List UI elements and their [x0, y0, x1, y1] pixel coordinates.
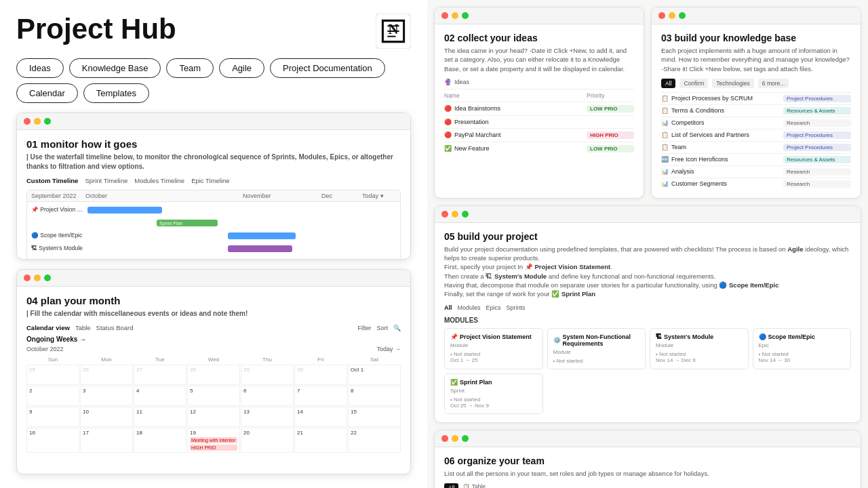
- tab-epics-05[interactable]: Epics: [486, 304, 501, 311]
- card-01-content: 01 monitor how it goes | Use the waterfa…: [17, 130, 410, 260]
- search-icon[interactable]: 🔍: [393, 325, 401, 331]
- ideas-item-2[interactable]: 🔴 PayPal Marchant HIGH PRIO: [444, 128, 634, 142]
- nav-btn-ideas[interactable]: Ideas: [16, 58, 64, 78]
- ideas-icon-2: 🔴: [444, 131, 452, 138]
- card-06-content: 06 organize your team List out all the p…: [435, 447, 861, 488]
- nav-btn-knowledge[interactable]: Knowledge Base: [69, 58, 161, 78]
- ideas-item-2-name: 🔴 PayPal Marchant: [444, 131, 587, 138]
- cal-day-26[interactable]: 26: [80, 365, 133, 385]
- cal-day-7[interactable]: 7: [294, 386, 347, 406]
- kb-badge-4: Project Procedures: [783, 144, 851, 151]
- card-06-team: 06 organize your team List out all the p…: [434, 430, 861, 488]
- card-01-title: 01 monitor how it goes: [26, 138, 401, 150]
- nav-btn-agile[interactable]: Agile: [219, 58, 264, 78]
- tab-table[interactable]: Table: [75, 324, 91, 331]
- team-filter-all[interactable]: All: [444, 483, 458, 488]
- cal-day-21[interactable]: 21: [294, 428, 347, 453]
- kb-item-4[interactable]: 📋 Team Project Procedures: [661, 141, 851, 153]
- filter-label: Filter: [357, 325, 371, 331]
- module-card-1[interactable]: ⚙️ System Non-Functional Requirements Mo…: [547, 328, 646, 369]
- kb-icon-3: 📋: [661, 131, 669, 138]
- cal-day-12[interactable]: 12: [187, 407, 240, 427]
- ideas-item-3[interactable]: ✅ New Feature LOW PRIO: [444, 142, 634, 155]
- cal-day-19[interactable]: 19 Meeting with Intentor HIGH PRIO: [187, 428, 240, 453]
- kb-filter-more[interactable]: 6 more...: [758, 79, 789, 88]
- kb-item-1[interactable]: 📋 Terms & Conditions Resources & Assets: [661, 104, 851, 117]
- module-card-0[interactable]: 📌 Project Vision Statement Module • Not …: [444, 328, 543, 369]
- tab-calendar-view[interactable]: Calendar view: [26, 324, 70, 331]
- cal-day-30[interactable]: 30: [294, 365, 347, 385]
- kb-item-5[interactable]: 🆓 Free Icon Heroficons Resources & Asset…: [661, 153, 851, 165]
- tab-sprint-timeline[interactable]: Sprint Timeline: [85, 177, 127, 184]
- table-view-label: 📋 Table: [462, 483, 486, 488]
- tab-sprints-05[interactable]: Sprints: [507, 304, 526, 311]
- cal-day-28[interactable]: 28: [187, 365, 240, 385]
- kb-item-3[interactable]: 📋 List of Services and Partners Project …: [661, 129, 851, 141]
- cal-day-14[interactable]: 14: [294, 407, 347, 427]
- cal-day-22[interactable]: 22: [348, 428, 401, 453]
- module-card-2[interactable]: 🏗 System's Module Module • Not started N…: [650, 328, 749, 369]
- kb-filter-tech[interactable]: Technologies: [712, 79, 754, 88]
- cal-day-5[interactable]: 5: [187, 386, 240, 406]
- nav-btn-calendar[interactable]: Calendar: [16, 83, 78, 103]
- kb-filter-all[interactable]: All: [661, 79, 675, 88]
- cal-day-4[interactable]: 4: [134, 386, 186, 406]
- kb-item-4-name: 📋 Team: [661, 144, 783, 150]
- cal-day-6[interactable]: 6: [241, 386, 294, 406]
- cal-day-17[interactable]: 17: [80, 428, 133, 453]
- nav-btn-projdoc[interactable]: Project Documentation: [270, 58, 385, 78]
- kb-item-6[interactable]: 📊 Analysis Research: [661, 165, 851, 178]
- cal-day-15[interactable]: 15: [348, 407, 401, 427]
- cal-day-9[interactable]: 9: [26, 407, 79, 427]
- nav-btn-templates[interactable]: Templates: [83, 83, 149, 103]
- dot-green-06: [462, 435, 469, 442]
- cal-day-27[interactable]: 27: [134, 365, 186, 385]
- module-status-sprint: • Not started Oct 25 → Nov 9: [450, 396, 537, 409]
- module-card-3[interactable]: 🔵 Scope Item/Epic Epic • Not started Nov…: [753, 328, 852, 369]
- card-04-title: 04 plan your month: [26, 295, 401, 306]
- dot-red-06: [441, 435, 448, 442]
- module-title-0: 📌 Project Vision Statement: [450, 333, 537, 340]
- kb-item-2[interactable]: 📊 Competitors Research: [661, 117, 851, 129]
- kb-badge-2: Research: [783, 119, 851, 127]
- tab-epic-timeline[interactable]: Epic Timeline: [191, 177, 230, 184]
- cal-day-8[interactable]: 8: [348, 386, 401, 406]
- card-06-title: 06 organize your team: [444, 455, 851, 466]
- cal-day-20[interactable]: 20: [241, 428, 294, 453]
- cal-day-11[interactable]: 11: [134, 407, 186, 427]
- day-header-wed: Wed: [187, 355, 240, 364]
- col-today[interactable]: Today ▾: [362, 192, 396, 199]
- ideas-badge-2: HIGH PRIO: [587, 131, 634, 139]
- kb-item-7[interactable]: 📊 Customer Segments Research: [661, 178, 851, 190]
- cal-day-29[interactable]: 29: [241, 365, 294, 385]
- cal-day-25[interactable]: 25: [26, 365, 79, 385]
- kb-icon-2: 📊: [661, 119, 669, 126]
- card-04-calendar: 04 plan your month | Fill the calendar w…: [16, 269, 411, 474]
- kb-filter-confirm[interactable]: Confirm: [679, 79, 708, 88]
- left-panel: Project Hub N Ideas Knowledge Base Team …: [0, 0, 427, 488]
- tab-modules-05[interactable]: Modules: [458, 304, 481, 311]
- modules-label: MODULES: [444, 317, 851, 324]
- cal-day-10[interactable]: 10: [80, 407, 133, 427]
- tab-modules-timeline[interactable]: Modules Timeline: [134, 177, 184, 184]
- cal-day-16[interactable]: 16: [26, 428, 79, 453]
- cal-day-13[interactable]: 13: [241, 407, 294, 427]
- cal-day-3[interactable]: 3: [80, 386, 133, 406]
- cal-day-oct1[interactable]: Oct 1: [348, 365, 401, 385]
- module-card-sprint[interactable]: ✅ Sprint Plan Sprint • Not started Oct 2…: [444, 373, 543, 414]
- today-nav[interactable]: Today →: [376, 346, 401, 352]
- tab-all-05[interactable]: All: [444, 304, 452, 311]
- sort-label: Sort: [376, 325, 388, 331]
- card-02-desc: The idea came in your head? -Date it! Cl…: [444, 46, 634, 73]
- ideas-item-0[interactable]: 🔴 Idea Brainstorms LOW PRIO: [444, 102, 634, 115]
- cal-day-2[interactable]: 2: [26, 386, 79, 406]
- tab-custom-timeline[interactable]: Custom Timeline: [26, 177, 78, 184]
- kb-item-0[interactable]: 📋 Project Processes by SCRUM Project Pro…: [661, 92, 851, 104]
- timeline-body: 📌 Project Vision Statement Sprint Plan 🔵…: [27, 202, 400, 260]
- cal-event-meeting[interactable]: Meeting with Intentor: [190, 437, 237, 443]
- tab-status-board[interactable]: Status Board: [96, 324, 134, 331]
- cal-day-18[interactable]: 18: [134, 428, 186, 453]
- nav-btn-team[interactable]: Team: [166, 58, 214, 78]
- ideas-item-1[interactable]: 🔴 Presentation: [444, 115, 634, 128]
- ideas-header-icon: 🔮: [444, 79, 452, 85]
